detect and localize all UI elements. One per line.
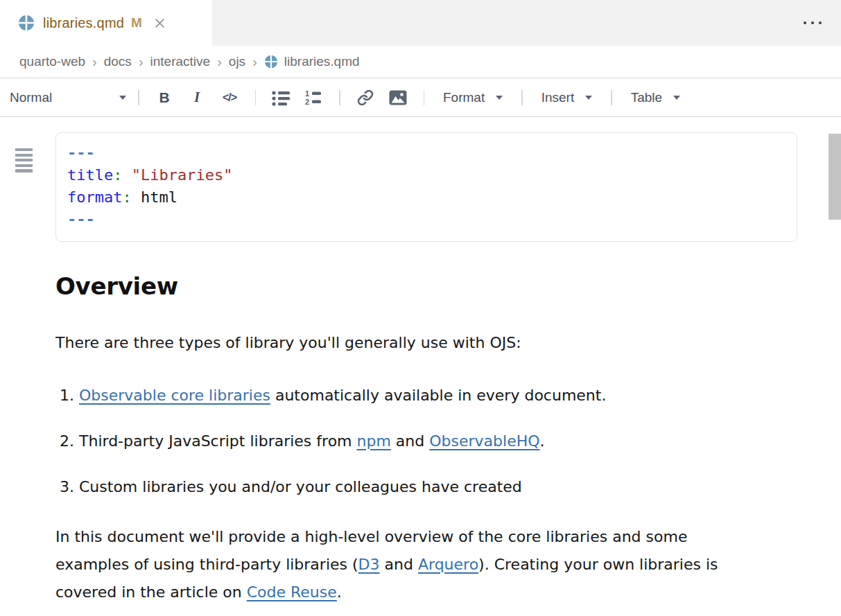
- table-menu[interactable]: Table: [621, 90, 690, 105]
- yaml-entry: title: "Libraries": [67, 164, 786, 186]
- toolbar-divider: [138, 90, 139, 105]
- paragraph-style-value: Normal: [10, 90, 52, 105]
- tab-libraries-qmd[interactable]: libraries.qmd M: [0, 0, 212, 46]
- link-icon: [357, 89, 374, 106]
- list-item: Custom libraries you and/or your colleag…: [79, 473, 700, 501]
- quarto-file-icon: [18, 15, 35, 31]
- insert-menu[interactable]: Insert: [532, 90, 602, 105]
- breadcrumb-item-label: docs: [104, 54, 132, 69]
- breadcrumb-item[interactable]: docs: [104, 54, 132, 69]
- breadcrumb-item-label: ojs: [229, 54, 245, 69]
- doc-link[interactable]: npm: [357, 432, 391, 450]
- library-types-list: Observable core libraries automatically …: [55, 382, 700, 501]
- doc-link[interactable]: ObservableHQ: [429, 432, 539, 450]
- toolbar-divider: [424, 90, 425, 105]
- yaml-delimiter: ---: [67, 209, 786, 231]
- closing-paragraph: In this document we'll provide a high-le…: [55, 523, 719, 606]
- tab-bar: libraries.qmd M: [0, 0, 841, 46]
- list-item: Third-party JavaScript libraries from np…: [79, 428, 700, 455]
- code-icon: </>: [223, 91, 236, 104]
- bold-icon: B: [159, 89, 169, 106]
- toolbar-divider: [521, 90, 523, 105]
- tab-bar-spacer: [212, 0, 784, 46]
- yaml-front-matter-block[interactable]: ---title: "Libraries"format: html---: [55, 132, 797, 242]
- doc-link[interactable]: Code Reuse: [247, 583, 337, 601]
- more-actions-button[interactable]: [784, 0, 841, 46]
- breadcrumb: quarto-web›docs›interactive›ojs› librari…: [0, 46, 841, 78]
- numbered-list-icon: 1 2: [304, 89, 323, 106]
- vertical-scrollbar-thumb[interactable]: [829, 134, 841, 220]
- chevron-down-icon: [585, 96, 592, 100]
- insert-menu-label: Insert: [541, 90, 575, 105]
- yaml-entry: format: html: [67, 186, 786, 209]
- breadcrumb-separator-icon: ›: [217, 54, 222, 70]
- tab-filename: libraries.qmd: [43, 15, 124, 31]
- chevron-down-icon: [119, 96, 126, 100]
- block-drag-handle-icon[interactable]: [15, 148, 33, 175]
- document-heading: Overview: [55, 272, 841, 300]
- close-tab-icon[interactable]: [152, 15, 168, 31]
- breadcrumb-item[interactable]: libraries.qmd: [264, 54, 360, 69]
- bullet-list-icon: [272, 89, 291, 106]
- breadcrumb-item-label: interactive: [150, 54, 211, 69]
- intro-paragraph: There are three types of library you'll …: [55, 329, 735, 357]
- toolbar-divider: [339, 90, 340, 105]
- breadcrumb-separator-icon: ›: [92, 54, 97, 70]
- doc-link[interactable]: Observable core libraries: [79, 387, 270, 404]
- table-menu-label: Table: [631, 90, 662, 105]
- bullet-list-button[interactable]: [265, 84, 297, 112]
- paragraph-style-select[interactable]: Normal: [10, 90, 129, 105]
- format-menu[interactable]: Format: [433, 90, 512, 105]
- list-item: Observable core libraries automatically …: [79, 382, 700, 410]
- more-horizontal-icon: [802, 19, 823, 26]
- breadcrumb-item-label: libraries.qmd: [284, 54, 360, 69]
- format-menu-label: Format: [443, 90, 485, 105]
- toolbar-divider: [611, 90, 612, 105]
- quarto-icon: [264, 55, 278, 69]
- breadcrumb-separator-icon: ›: [252, 54, 257, 70]
- yaml-delimiter: ---: [67, 142, 786, 164]
- breadcrumb-item[interactable]: interactive: [150, 54, 211, 69]
- bold-button[interactable]: B: [148, 84, 181, 112]
- chevron-down-icon: [673, 96, 680, 100]
- breadcrumb-item[interactable]: ojs: [229, 54, 245, 69]
- breadcrumb-item[interactable]: quarto-web: [19, 54, 85, 69]
- toolbar-divider: [255, 90, 257, 105]
- insert-image-button[interactable]: [382, 84, 415, 112]
- formatting-toolbar: Normal B I </> 1 2: [0, 78, 841, 117]
- doc-link[interactable]: Arquero: [418, 556, 478, 573]
- numbered-list-button[interactable]: 1 2: [297, 84, 330, 112]
- italic-button[interactable]: I: [181, 84, 214, 112]
- image-icon: [389, 90, 407, 105]
- visual-editor-canvas[interactable]: ---title: "Libraries"format: html--- Ove…: [0, 132, 841, 616]
- insert-link-button[interactable]: [349, 84, 382, 112]
- code-button[interactable]: </>: [214, 84, 246, 112]
- chevron-down-icon: [496, 96, 503, 100]
- svg-text:2: 2: [305, 98, 309, 106]
- doc-link[interactable]: D3: [358, 556, 380, 573]
- italic-icon: I: [194, 89, 200, 106]
- breadcrumb-item-label: quarto-web: [19, 54, 85, 69]
- modified-badge: M: [131, 15, 142, 30]
- svg-text:1: 1: [305, 89, 309, 98]
- breadcrumb-separator-icon: ›: [139, 54, 144, 70]
